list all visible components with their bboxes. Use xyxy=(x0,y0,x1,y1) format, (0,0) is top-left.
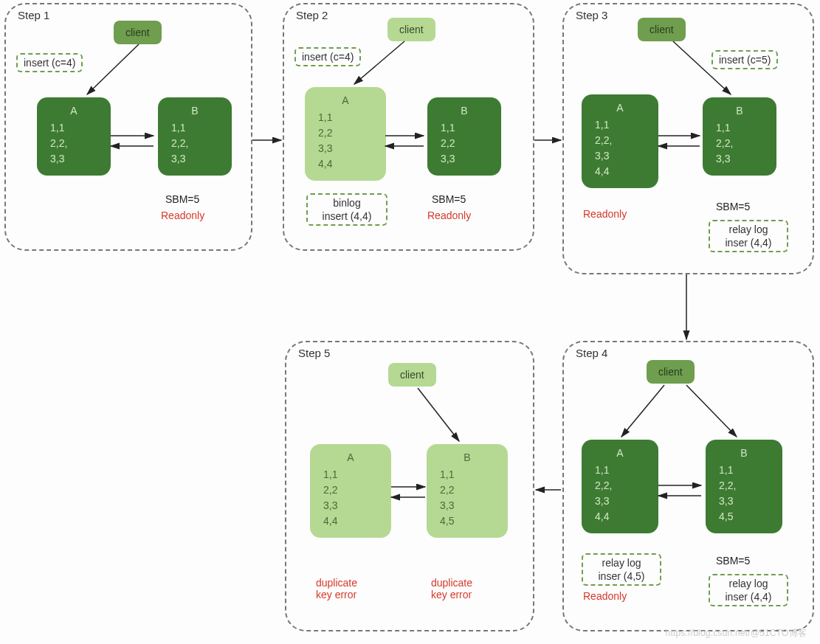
node-b-title: B xyxy=(440,450,495,465)
node-a-title: A xyxy=(50,103,97,119)
relaylog-b-text: relay log inser (4,4) xyxy=(725,578,771,603)
step-2-panel: Step 2 client insert (c=4) A 1,1 2,2 3,3… xyxy=(283,3,534,251)
step-4-panel: Step 4 client A 1,1 2,2, 3,3 4,4 B 1,1 2… xyxy=(562,341,814,631)
node-b-rows: 1,1 2,2, 3,3 xyxy=(716,120,763,167)
step5-err-a: duplicate key error xyxy=(316,577,357,600)
step-1-panel: Step 1 client insert (c=4) A 1,1 2,2, 3,… xyxy=(4,3,252,251)
step4-sbm: SBM=5 xyxy=(716,555,750,567)
step5-node-a: A 1,1 2,2 3,3 4,4 xyxy=(310,444,391,538)
step1-node-b: B 1,1 2,2, 3,3 xyxy=(158,97,232,176)
step3-node-a: A 1,1 2,2, 3,3 4,4 xyxy=(582,94,658,188)
step1-insert: insert (c=4) xyxy=(16,53,83,72)
node-a-rows: 1,1 2,2 3,3 4,4 xyxy=(318,110,373,172)
node-b-rows: 1,1 2,2, 3,3 4,5 xyxy=(719,463,769,524)
node-b-title: B xyxy=(716,103,763,119)
step3-sbm: SBM=5 xyxy=(716,201,750,212)
node-b-title: B xyxy=(441,103,488,119)
relaylog-a-text: relay log inser (4,5) xyxy=(598,557,644,582)
step2-insert: insert (c=4) xyxy=(294,47,361,66)
node-a-title: A xyxy=(595,446,645,461)
node-a-rows: 1,1 2,2, 3,3 4,4 xyxy=(595,117,645,179)
node-a-title: A xyxy=(323,450,378,465)
node-b-title: B xyxy=(171,103,218,119)
step5-err-b: duplicate key error xyxy=(431,577,472,600)
step-4-label: Step 4 xyxy=(576,347,607,359)
step4-relaylog-a: relay log inser (4,5) xyxy=(582,553,661,586)
step2-node-a: A 1,1 2,2 3,3 4,4 xyxy=(305,87,386,181)
step2-node-b: B 1,1 2,2 3,3 xyxy=(427,97,501,176)
step3-relaylog: relay log inser (4,4) xyxy=(709,220,788,252)
step1-client: client xyxy=(114,21,162,44)
node-a-rows: 1,1 2,2 3,3 4,4 xyxy=(323,467,378,529)
step3-readonly: Readonly xyxy=(583,208,627,220)
node-a-title: A xyxy=(595,100,645,116)
step1-readonly: Readonly xyxy=(161,210,204,221)
node-b-rows: 1,1 2,2 3,3 xyxy=(441,120,488,167)
step-2-label: Step 2 xyxy=(296,9,328,21)
step-5-panel: Step 5 client A 1,1 2,2 3,3 4,4 B 1,1 2,… xyxy=(285,341,534,631)
step3-insert: insert (c=5) xyxy=(712,50,778,69)
step-1-label: Step 1 xyxy=(18,9,49,21)
node-a-rows: 1,1 2,2, 3,3 xyxy=(50,120,97,167)
step3-node-b: B 1,1 2,2, 3,3 xyxy=(703,97,776,176)
node-b-rows: 1,1 2,2 3,3 4,5 xyxy=(440,467,495,529)
step3-client: client xyxy=(638,18,686,41)
step2-readonly: Readonly xyxy=(427,210,471,221)
node-a-rows: 1,1 2,2, 3,3 4,4 xyxy=(595,463,645,524)
binlog-text: binlog insert (4,4) xyxy=(323,197,372,222)
step4-readonly: Readonly xyxy=(583,590,627,602)
node-b-rows: 1,1 2,2, 3,3 xyxy=(171,120,218,167)
step4-node-b: B 1,1 2,2, 3,3 4,5 xyxy=(706,440,782,533)
step4-node-a: A 1,1 2,2, 3,3 4,4 xyxy=(582,440,658,533)
step4-client: client xyxy=(647,360,695,384)
step4-relaylog-b: relay log inser (4,4) xyxy=(709,574,788,606)
step2-client: client xyxy=(387,18,435,41)
step2-sbm: SBM=5 xyxy=(432,193,466,205)
step-3-panel: Step 3 client insert (c=5) A 1,1 2,2, 3,… xyxy=(562,3,814,274)
node-a-title: A xyxy=(318,93,373,108)
node-b-title: B xyxy=(719,446,769,461)
watermark: https://blog.csdn.net/@51CTO博客 xyxy=(666,627,807,640)
relaylog-text: relay log inser (4,4) xyxy=(725,224,771,249)
step5-node-b: B 1,1 2,2 3,3 4,5 xyxy=(427,444,508,538)
step1-node-a: A 1,1 2,2, 3,3 xyxy=(37,97,111,176)
step5-client: client xyxy=(388,363,436,387)
step-3-label: Step 3 xyxy=(576,9,607,21)
step1-sbm: SBM=5 xyxy=(165,193,199,205)
step-5-label: Step 5 xyxy=(298,347,330,359)
step2-binlog: binlog insert (4,4) xyxy=(306,193,387,226)
